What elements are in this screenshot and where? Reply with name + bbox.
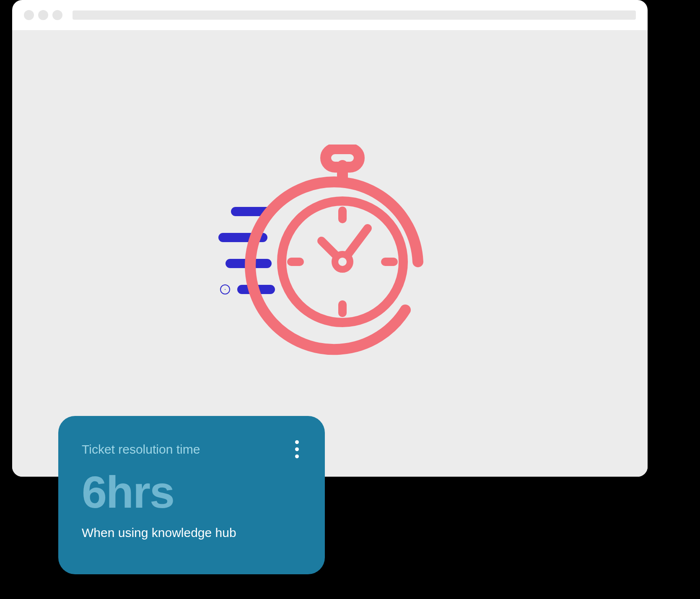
svg-point-4 bbox=[225, 289, 226, 290]
more-icon[interactable] bbox=[293, 438, 301, 461]
browser-viewport bbox=[12, 30, 648, 477]
card-title: Ticket resolution time bbox=[82, 442, 200, 457]
window-dot bbox=[24, 10, 34, 20]
stopwatch-illustration bbox=[213, 145, 447, 362]
window-dot bbox=[52, 10, 62, 20]
window-dot bbox=[38, 10, 48, 20]
stopwatch-icon bbox=[213, 145, 447, 362]
svg-rect-6 bbox=[326, 149, 359, 167]
card-value: 6hrs bbox=[82, 468, 301, 516]
browser-chrome bbox=[12, 0, 648, 30]
metric-card: Ticket resolution time 6hrs When using k… bbox=[58, 416, 325, 574]
browser-window bbox=[12, 0, 648, 477]
window-controls bbox=[24, 10, 62, 20]
address-bar[interactable] bbox=[73, 10, 636, 20]
card-header: Ticket resolution time bbox=[82, 438, 301, 461]
card-subtitle: When using knowledge hub bbox=[82, 526, 301, 540]
svg-point-14 bbox=[335, 254, 350, 269]
